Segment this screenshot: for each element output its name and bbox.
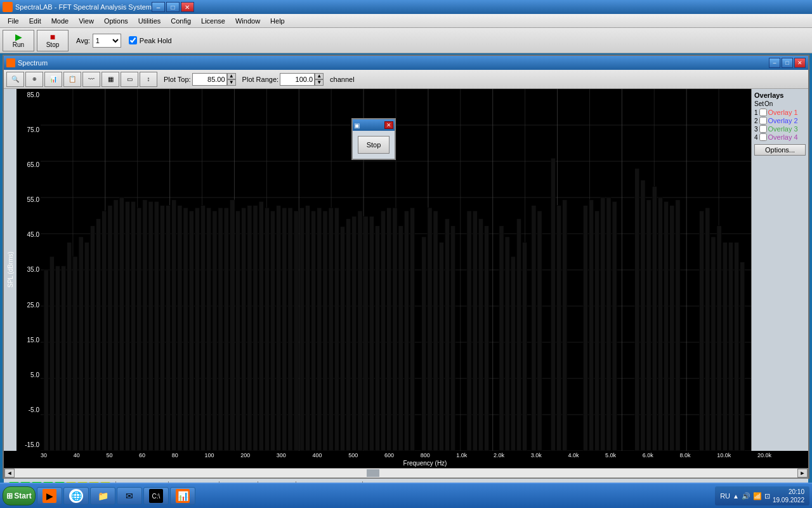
spectrum-minimize-btn[interactable]: – (769, 58, 780, 68)
taskbar-app-cmd[interactable]: C:\ (143, 487, 169, 505)
start-icon: ⊞ (6, 491, 13, 500)
plot-top-down[interactable]: ▼ (227, 79, 236, 86)
svg-rect-70 (265, 208, 269, 451)
scroll-track[interactable] (15, 469, 797, 478)
svg-rect-84 (346, 218, 351, 451)
svg-rect-79 (317, 208, 322, 451)
h-scrollbar[interactable]: ◄ ► (4, 468, 808, 478)
y-tick-2: 65.0 (18, 161, 39, 168)
menu-file[interactable]: File (3, 16, 24, 26)
svg-rect-108 (511, 257, 515, 451)
float-dialog-body: Stop (353, 131, 395, 159)
spectrum-window-icon (6, 58, 15, 67)
mail-icon: ✉ (122, 489, 136, 503)
x-tick-3k: 3.0k (531, 452, 542, 458)
overlay-3-label: Overlay 3 (768, 125, 798, 133)
svg-rect-38 (79, 237, 83, 451)
svg-rect-106 (499, 226, 504, 451)
taskbar-app-chrome[interactable]: 🌐 (63, 487, 89, 505)
menu-view[interactable]: View (74, 16, 99, 26)
y-tick-9: -5.0 (18, 406, 39, 413)
spec-btn-3[interactable]: 📊 (44, 72, 62, 87)
plot-range-input[interactable]: 100.0 (280, 73, 315, 86)
spectralab-icon: 📊 (176, 489, 190, 503)
float-stop-button[interactable]: Stop (358, 136, 390, 154)
zoom-in-btn[interactable]: 🔍 (6, 72, 24, 87)
svg-rect-80 (323, 211, 327, 451)
spectrum-close-btn[interactable]: ✕ (794, 58, 806, 68)
svg-rect-32 (44, 270, 48, 451)
x-tick-4k: 4.0k (568, 452, 579, 458)
svg-rect-115 (563, 200, 567, 451)
svg-rect-35 (62, 266, 66, 451)
svg-rect-68 (253, 205, 258, 451)
minimize-button[interactable]: – (152, 2, 165, 12)
plot-top-input[interactable]: 85.00 (192, 73, 227, 86)
peak-hold-checkbox[interactable] (129, 36, 137, 44)
plot-top-up[interactable]: ▲ (227, 73, 236, 79)
run-icon: ▶ (15, 32, 22, 41)
menu-utilities[interactable]: Utilities (133, 16, 166, 26)
spec-btn-6[interactable]: ▦ (102, 72, 119, 87)
avg-label: Avg: (76, 37, 90, 44)
svg-rect-111 (532, 205, 536, 451)
svg-rect-95 (410, 208, 414, 451)
menu-options[interactable]: Options (99, 16, 133, 26)
y-tick-6: 25.0 (18, 302, 39, 309)
menu-license[interactable]: License (196, 16, 230, 26)
svg-rect-83 (340, 227, 344, 451)
zoom-out-btn[interactable]: ⊕ (25, 72, 43, 87)
spec-btn-4[interactable]: 📋 (63, 72, 81, 87)
menu-config[interactable]: Config (166, 16, 196, 26)
menu-mode[interactable]: Mode (46, 16, 74, 26)
svg-rect-127 (664, 201, 669, 451)
close-button[interactable]: ✕ (181, 2, 194, 12)
svg-rect-76 (299, 208, 304, 451)
overlay-1-checkbox[interactable] (759, 109, 767, 116)
svg-rect-82 (334, 208, 339, 451)
taskbar-app-media[interactable]: ▶ (37, 487, 62, 505)
taskbar-app-spectralab[interactable]: 📊 (170, 487, 195, 505)
plot-range-down[interactable]: ▼ (315, 79, 324, 86)
scroll-thumb[interactable] (367, 469, 379, 477)
overlay-4-checkbox[interactable] (759, 133, 767, 141)
spec-btn-5[interactable]: 〰 (82, 72, 100, 87)
float-dialog-close-btn[interactable]: ✕ (384, 121, 393, 129)
overlay-3-checkbox[interactable] (759, 125, 767, 133)
svg-rect-72 (277, 205, 281, 451)
scroll-right-btn[interactable]: ► (797, 469, 808, 478)
float-stop-dialog: ▣ ✕ Stop (351, 118, 396, 160)
plot-range-up[interactable]: ▲ (315, 73, 324, 79)
taskbar-app-mail[interactable]: ✉ (117, 487, 142, 505)
avg-select[interactable]: 1 2 4 8 (93, 34, 121, 48)
maximize-button[interactable]: □ (166, 2, 180, 12)
svg-rect-119 (601, 197, 605, 451)
svg-rect-63 (224, 208, 228, 451)
options-button[interactable]: Options... (754, 144, 806, 156)
scroll-left-btn[interactable]: ◄ (4, 469, 15, 478)
overlay-2-checkbox[interactable] (759, 117, 767, 124)
menu-edit[interactable]: Edit (24, 16, 46, 26)
svg-rect-36 (67, 243, 72, 451)
spectrum-maximize-btn[interactable]: □ (782, 58, 793, 68)
svg-rect-91 (387, 208, 391, 451)
run-button[interactable]: ▶ Run (3, 30, 34, 51)
taskbar-app-files[interactable]: 📁 (90, 487, 115, 505)
svg-rect-105 (484, 226, 488, 451)
spec-btn-7[interactable]: ▭ (121, 72, 138, 87)
overlay-1-num: 1 (754, 109, 758, 116)
svg-rect-66 (242, 208, 246, 451)
menu-bar: File Edit Mode View Options Utilities Co… (0, 14, 812, 28)
svg-rect-132 (711, 237, 716, 451)
x-tick-20k: 20.0k (757, 452, 771, 458)
menu-help[interactable]: Help (265, 16, 290, 26)
start-button[interactable]: ⊞ Start (3, 486, 36, 505)
overlay-1-label: Overlay 1 (768, 109, 798, 116)
media-player-icon: ▶ (43, 489, 56, 503)
spec-btn-8[interactable]: ↕ (140, 72, 157, 87)
float-dialog-titlebar: ▣ ✕ (353, 119, 395, 131)
menu-window[interactable]: Window (230, 16, 265, 26)
svg-rect-33 (49, 257, 54, 451)
svg-rect-40 (90, 226, 95, 451)
stop-button-toolbar[interactable]: ■ Stop (37, 30, 69, 51)
